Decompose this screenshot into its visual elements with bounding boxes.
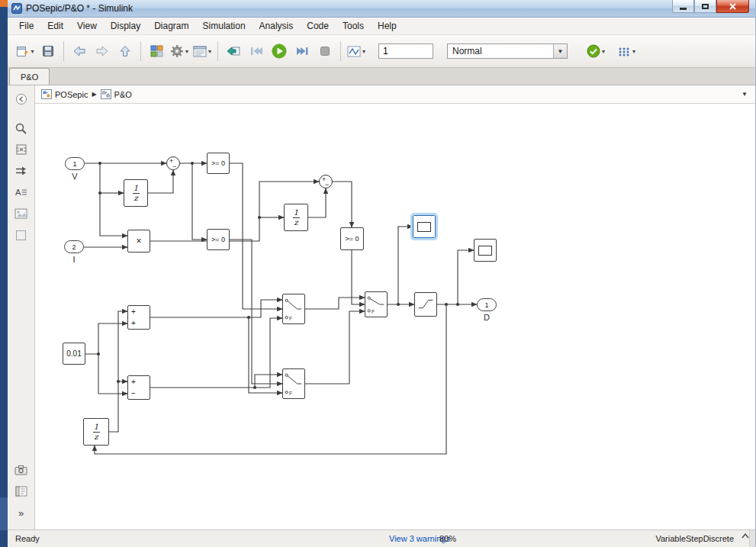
scope-2[interactable] <box>474 239 497 262</box>
up-button[interactable] <box>114 40 137 62</box>
forward-button[interactable] <box>91 40 114 62</box>
menu-display[interactable]: Display <box>104 19 147 33</box>
tab-po[interactable]: P&O <box>9 68 50 85</box>
new-model-button[interactable]: ▾ <box>14 40 37 62</box>
outport-d[interactable]: 1 <box>477 298 497 311</box>
signal-wire[interactable] <box>255 375 282 388</box>
annotation-button[interactable]: A <box>12 183 31 201</box>
breadcrumb-separator-icon: ▶ <box>92 91 96 98</box>
unit-delay-v[interactable]: 1z <box>124 179 148 207</box>
minimize-button[interactable] <box>672 0 694 13</box>
diagram-canvas[interactable]: 1V1z+−>= 0×2I>= 01z+−>= 0FFF1D++0.01+−1z <box>35 104 755 529</box>
signal-wire[interactable] <box>458 250 474 304</box>
signal-wire[interactable] <box>230 163 282 309</box>
signal-wire[interactable] <box>85 323 127 354</box>
area-box-button[interactable] <box>12 226 31 244</box>
menu-diagram[interactable]: Diagram <box>147 19 195 33</box>
menu-code[interactable]: Code <box>300 19 336 33</box>
run-button[interactable] <box>268 40 291 62</box>
back-button[interactable] <box>68 40 91 62</box>
branch-dot <box>445 303 448 306</box>
inport-v[interactable]: 1 <box>65 157 85 170</box>
relop-dv-2[interactable]: >= 0 <box>207 229 230 250</box>
library-browser-button[interactable] <box>145 40 168 62</box>
step-forward-icon <box>296 46 309 56</box>
inport-i[interactable]: 2 <box>64 240 84 253</box>
explorer-bar-toggle[interactable] <box>12 90 31 108</box>
switch-3[interactable]: F <box>365 291 388 317</box>
sum-dp[interactable]: +− <box>319 175 333 188</box>
relop-dp[interactable]: >= 0 <box>340 227 364 250</box>
breadcrumb-item-root[interactable]: POSepic <box>41 89 88 99</box>
breadcrumb-current-label: P&O <box>114 90 132 99</box>
toolbar-separator <box>340 41 341 61</box>
status-text: Ready <box>15 534 40 543</box>
signal-wire[interactable] <box>192 163 207 240</box>
scope-1[interactable] <box>413 215 436 238</box>
data-inspector-icon <box>227 45 240 57</box>
signal-wire[interactable] <box>249 317 282 393</box>
unit-delay-d[interactable]: 1z <box>83 418 109 446</box>
maximize-button[interactable] <box>694 0 716 13</box>
signal-wire[interactable] <box>333 182 352 227</box>
signal-wire[interactable] <box>352 250 365 304</box>
model-settings-button[interactable]: ▾ <box>168 40 191 62</box>
constant-step[interactable]: 0.01 <box>63 343 85 365</box>
save-button[interactable] <box>37 40 60 62</box>
menu-simulation[interactable]: Simulation <box>196 19 253 33</box>
signal-wire[interactable] <box>148 170 173 193</box>
menu-edit[interactable]: Edit <box>40 19 70 33</box>
model-explorer-caret-icon: ▾ <box>208 48 211 55</box>
branch-dot <box>397 303 400 306</box>
menu-tools[interactable]: Tools <box>336 19 371 33</box>
breadcrumb-item-current[interactable]: P&O <box>101 89 132 99</box>
menu-help[interactable]: Help <box>371 19 404 33</box>
menu-analysis[interactable]: Analysis <box>253 19 301 33</box>
build-button[interactable]: ▾ <box>615 40 638 62</box>
zoom-button[interactable] <box>12 119 31 137</box>
product-power[interactable]: × <box>127 230 150 253</box>
signal-wire[interactable] <box>150 318 282 388</box>
solver-name[interactable]: VariableStepDiscrete <box>655 534 734 543</box>
switch-1[interactable]: F <box>282 294 305 324</box>
simulation-mode-select[interactable]: Normal ▼ <box>447 43 568 59</box>
signal-wire[interactable] <box>398 227 413 304</box>
step-back-button[interactable] <box>245 40 268 62</box>
saturation[interactable] <box>414 292 437 317</box>
image-annotation-button[interactable] <box>12 204 31 223</box>
port-number: 1 <box>484 301 488 309</box>
fit-view-button[interactable] <box>12 140 31 159</box>
palette-overflow-button[interactable]: » <box>12 504 31 522</box>
signal-monitor-button[interactable]: ▾ <box>345 40 368 62</box>
model-advisor-caret-icon: ▾ <box>602 48 605 55</box>
signal-wire[interactable] <box>109 311 127 432</box>
sum-sub[interactable]: +− <box>127 375 150 400</box>
stop-button[interactable] <box>314 40 336 62</box>
signal-wire[interactable] <box>98 354 127 394</box>
unit-delay-p[interactable]: 1z <box>284 204 308 231</box>
sum-dv[interactable]: +− <box>166 156 180 170</box>
signal-wire[interactable] <box>305 298 365 309</box>
signal-wire[interactable] <box>305 311 365 384</box>
stop-time-input[interactable] <box>378 43 433 59</box>
signal-wire[interactable] <box>230 240 282 384</box>
step-forward-button[interactable] <box>291 40 314 62</box>
resize-grip[interactable] <box>749 530 755 547</box>
model-advisor-button[interactable]: ▾ <box>584 40 607 62</box>
breadcrumb-dropdown-icon[interactable]: ▼ <box>742 91 748 98</box>
screenshot-button[interactable] <box>12 461 31 479</box>
signal-wire[interactable] <box>308 188 326 217</box>
menu-view[interactable]: View <box>70 19 104 33</box>
sum-add[interactable]: ++ <box>127 305 150 330</box>
model-explorer-button[interactable]: ▾ <box>191 40 214 62</box>
menu-file[interactable]: File <box>12 19 40 33</box>
switch-2[interactable]: F <box>282 368 305 399</box>
close-button[interactable] <box>716 0 749 13</box>
data-inspector-button[interactable] <box>222 40 245 62</box>
viewmark-button[interactable] <box>12 482 31 500</box>
pan-arrows-button[interactable] <box>12 162 31 180</box>
new-model-caret-icon: ▾ <box>31 48 34 55</box>
title-bar[interactable]: POSepic/P&O * - Simulink <box>8 0 755 18</box>
solver-caret-icon[interactable] <box>742 533 749 539</box>
relop-dv-1[interactable]: >= 0 <box>207 153 230 174</box>
